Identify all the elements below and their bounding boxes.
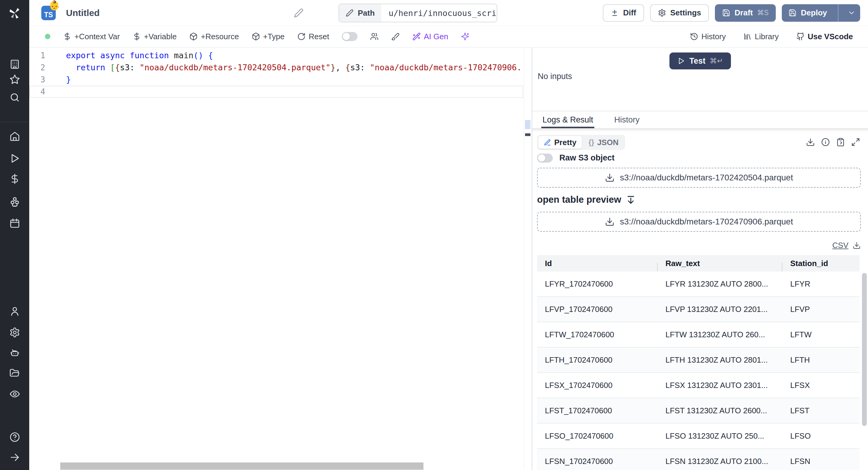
table-cell: LFST xyxy=(782,406,860,415)
code-line[interactable]: 3} xyxy=(29,74,523,86)
play-icon xyxy=(677,57,685,65)
toolbar-right: History Library Use VScode xyxy=(690,26,853,47)
code-line[interactable]: 4 xyxy=(29,86,523,98)
tab-logs-result[interactable]: Logs & Result xyxy=(541,111,594,128)
runs-play-icon[interactable] xyxy=(9,153,20,164)
vertical-scrollbar[interactable] xyxy=(862,273,867,426)
deploy-button[interactable]: Deploy xyxy=(782,4,860,22)
use-vscode-button[interactable]: Use VScode xyxy=(796,32,853,41)
pretty-segment[interactable]: Pretty xyxy=(538,136,582,149)
deploy-main[interactable]: Deploy xyxy=(782,4,834,22)
windmill-logo-icon[interactable] xyxy=(8,7,22,21)
s3-file-path: s3://noaa/duckdb/metars-1702470906.parqu… xyxy=(620,217,793,227)
line-number: 3 xyxy=(29,74,58,86)
user-icon[interactable] xyxy=(9,306,20,317)
reset-button[interactable]: Reset xyxy=(297,32,329,41)
open-table-preview-link[interactable]: open table preview xyxy=(537,192,636,208)
table-cell: LFTW 131230Z AUTO 260... xyxy=(658,330,782,340)
table-cell: LFSO xyxy=(782,431,860,441)
column-header[interactable]: Station_id xyxy=(782,259,860,268)
help-icon[interactable] xyxy=(9,432,20,443)
path-label: Path xyxy=(358,8,375,18)
history-button[interactable]: History xyxy=(690,32,726,41)
multiplayer-users-icon[interactable] xyxy=(370,32,378,41)
edit-summary-pencil-icon[interactable] xyxy=(294,8,304,18)
column-header[interactable]: Id xyxy=(537,259,658,268)
ai-gen-button[interactable]: AI Gen xyxy=(412,32,448,41)
path-value[interactable]: u/henri/innocuous_script xyxy=(381,4,497,22)
open-table-preview-label: open table preview xyxy=(537,194,621,205)
resources-boxes-icon[interactable] xyxy=(9,196,20,207)
format-brush-icon[interactable] xyxy=(391,32,400,41)
add-resource-button[interactable]: +Resource xyxy=(189,32,239,41)
test-button[interactable]: Test ⌘↵ xyxy=(670,53,731,69)
raw-s3-toggle[interactable] xyxy=(537,153,553,163)
history-icon xyxy=(690,32,698,41)
settings-button[interactable]: Settings xyxy=(650,4,709,22)
overview-ruler-cursor xyxy=(525,133,530,136)
folders-icon[interactable] xyxy=(9,368,20,379)
tab-history[interactable]: History xyxy=(613,111,641,128)
expand-sidebar-arrow-icon[interactable] xyxy=(9,452,20,463)
table-row[interactable]: LFTH_1702470600LFTH 131230Z AUTO 2801...… xyxy=(537,348,860,373)
expand-icon[interactable] xyxy=(851,138,860,147)
reset-label: Reset xyxy=(309,32,329,41)
panel-splitter[interactable] xyxy=(532,48,532,470)
table-cell: LFSN 131230Z AUTO 2100... xyxy=(658,457,782,466)
deploy-dropdown[interactable] xyxy=(843,4,860,22)
table-row[interactable]: LFSN_1702470600LFSN 131230Z AUTO 2100...… xyxy=(537,449,860,470)
settings-button-label: Settings xyxy=(670,8,701,18)
code-editor[interactable]: 1export async function main() {2 return … xyxy=(29,48,532,470)
s3-file-download[interactable]: s3://noaa/duckdb/metars-1702470906.parqu… xyxy=(537,212,861,232)
table-row[interactable]: LFSX_1702470600LFSX 131230Z AUTO 2301...… xyxy=(537,373,860,398)
audit-eye-icon[interactable] xyxy=(9,388,20,400)
home-icon[interactable] xyxy=(9,131,20,142)
table-cell: LFSO_1702470600 xyxy=(537,431,658,441)
table-row[interactable]: LFST_1702470600LFST 131230Z AUTO 2600...… xyxy=(537,398,860,423)
language-badge-label: TS xyxy=(44,11,53,19)
add-context-var-button[interactable]: +Context Var xyxy=(63,32,120,41)
app-sidebar xyxy=(0,0,29,470)
settings-gear-icon[interactable] xyxy=(9,327,20,338)
multiplayer-toggle[interactable] xyxy=(342,32,358,41)
table-row[interactable]: LFYR_1702470600LFYR 131230Z AUTO 2800...… xyxy=(537,271,860,297)
s3-file-download[interactable]: s3://noaa/duckdb/metars-1702420504.parqu… xyxy=(537,168,861,188)
table-row[interactable]: LFTW_1702470600LFTW 131230Z AUTO 260...L… xyxy=(537,322,860,348)
render-mode-segment: Pretty {} JSON xyxy=(537,135,625,150)
library-label: Library xyxy=(755,32,778,41)
variables-dollar-icon[interactable] xyxy=(9,173,20,184)
sparkles-icon[interactable] xyxy=(461,32,469,41)
arrow-down-from-line-icon xyxy=(626,195,636,205)
code-line[interactable]: 1export async function main() { xyxy=(29,50,523,62)
csv-link[interactable]: CSV xyxy=(832,241,848,250)
refresh-icon xyxy=(297,32,306,41)
library-button[interactable]: Library xyxy=(743,32,778,41)
code-line[interactable]: 2 return [{s3: "noaa/duckdb/metars-17024… xyxy=(29,62,523,74)
diff-button[interactable]: Diff xyxy=(603,4,644,22)
workspace-icon[interactable] xyxy=(9,59,20,70)
table-cell: LFTW xyxy=(782,330,860,340)
add-type-button[interactable]: +Type xyxy=(252,32,285,41)
search-icon[interactable] xyxy=(9,92,20,103)
table-row[interactable]: LFSO_1702470600LFSO 131230Z AUTO 250...L… xyxy=(537,423,860,449)
table-row[interactable]: LFVP_1702470600LFVP 131230Z AUTO 2201...… xyxy=(537,297,860,322)
horizontal-scrollbar[interactable] xyxy=(60,463,424,470)
draft-button[interactable]: Draft ⌘S xyxy=(715,4,776,22)
schedules-calendar-icon[interactable] xyxy=(9,218,20,229)
diff-icon xyxy=(611,9,619,17)
column-header[interactable]: Raw_text xyxy=(658,259,782,268)
download-icon[interactable] xyxy=(852,241,861,249)
favorites-star-icon[interactable] xyxy=(9,74,20,85)
path-field[interactable]: Path u/henri/innocuous_script xyxy=(338,4,497,22)
add-variable-button[interactable]: +Variable xyxy=(133,32,177,41)
table-cell: LFVP_1702470600 xyxy=(537,305,658,314)
copy-clipboard-icon[interactable] xyxy=(836,138,845,147)
table-cell: LFVP xyxy=(782,305,860,314)
workers-robot-icon[interactable] xyxy=(9,348,20,358)
info-icon[interactable] xyxy=(821,138,830,147)
download-icon[interactable] xyxy=(806,138,815,147)
topbar-actions: Diff Settings Draft ⌘S Deploy xyxy=(603,4,868,22)
json-segment[interactable]: {} JSON xyxy=(583,136,624,149)
add-context-var-label: +Context Var xyxy=(74,32,120,41)
tab-shadow xyxy=(532,128,868,132)
